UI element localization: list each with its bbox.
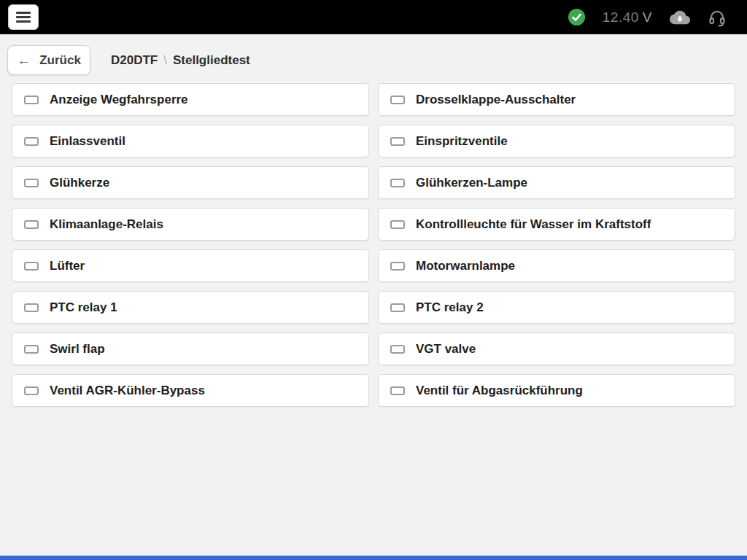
actuator-icon [24,137,39,146]
hamburger-icon [16,12,31,14]
footer-accent-bar [0,556,747,560]
actuator-test-label: Anzeige Wegfahrsperre [50,93,188,107]
actuator-test-button[interactable]: Klimaanlage-Relais [12,208,369,241]
actuator-icon [390,345,405,354]
actuator-icon [24,262,39,271]
actuator-test-label: Glühkerzen-Lampe [416,176,527,190]
top-bar: 12.40V [0,0,747,34]
actuator-icon [24,345,39,354]
actuator-test-label: PTC relay 2 [416,300,484,315]
status-cluster: 12.40V [568,7,727,28]
actuator-test-button[interactable]: Lüfter [12,249,369,282]
connection-ok-icon[interactable] [568,9,585,26]
headset-support-icon[interactable] [708,8,727,27]
actuator-test-button[interactable]: Glühkerzen-Lampe [378,166,735,199]
actuator-test-button[interactable]: VGT valve [378,332,735,365]
actuator-test-label: Motorwarnlampe [416,259,515,273]
actuator-test-button[interactable]: PTC relay 1 [12,291,369,324]
menu-button[interactable] [8,4,39,30]
actuator-icon [24,220,39,229]
back-button-label: Zurück [39,53,81,68]
app-window: 12.40V ← Zurück [0,0,747,560]
actuator-test-label: PTC relay 1 [50,300,117,315]
actuator-icon [390,96,405,104]
actuator-icon [24,179,39,187]
actuator-test-label: VGT valve [416,342,476,357]
battery-voltage[interactable]: 12.40V [603,9,652,26]
actuator-icon [390,179,405,187]
actuator-test-label: Klimaanlage-Relais [50,217,163,232]
actuator-test-label: Glühkerze [50,176,109,190]
actuator-test-button[interactable]: Kontrollleuchte für Wasser im Kraftstoff [378,208,735,241]
breadcrumb-page-title: Stellgliedtest [173,53,250,68]
breadcrumb: D20DTF \ Stellgliedtest [111,53,250,68]
actuator-test-button[interactable]: Drosselklappe-Ausschalter [378,83,735,116]
actuator-test-label: Lüfter [50,259,85,273]
actuator-test-label: Einlassventil [50,134,125,149]
voltage-value: 12.40 [603,9,639,25]
actuator-test-button[interactable]: Swirl flap [12,332,369,365]
cloud-download-icon[interactable] [670,7,690,28]
actuator-icon [390,303,405,312]
actuator-icon [24,96,39,104]
actuator-icon [390,386,405,395]
actuator-icon [390,220,405,229]
actuator-test-list: Anzeige Wegfahrsperre Drosselklappe-Auss… [12,83,735,407]
back-arrow-icon: ← [17,53,31,67]
actuator-test-label: Einspritzventile [416,134,508,149]
actuator-test-button[interactable]: PTC relay 2 [378,291,735,324]
back-button[interactable]: ← Zurück [7,45,90,75]
actuator-test-label: Kontrollleuchte für Wasser im Kraftstoff [416,217,651,232]
actuator-test-button[interactable]: Glühkerze [12,166,369,199]
actuator-test-button[interactable]: Einspritzventile [378,125,735,158]
voltage-unit: V [643,9,652,25]
nav-row: ← Zurück D20DTF \ Stellgliedtest [7,45,740,75]
actuator-test-label: Ventil für Abgasrückführung [416,384,583,398]
actuator-test-label: Swirl flap [50,342,105,357]
breadcrumb-separator: \ [163,53,167,68]
actuator-icon [24,386,39,395]
actuator-icon [390,137,405,146]
actuator-test-button[interactable]: Anzeige Wegfahrsperre [12,83,369,116]
actuator-test-label: Drosselklappe-Ausschalter [416,93,576,107]
actuator-icon [390,262,405,271]
actuator-icon [24,303,39,312]
actuator-test-button[interactable]: Ventil für Abgasrückführung [378,374,735,407]
actuator-test-label: Ventil AGR-Kühler-Bypass [50,384,205,398]
breadcrumb-ecu: D20DTF [111,53,158,68]
actuator-test-button[interactable]: Einlassventil [12,125,369,158]
actuator-test-button[interactable]: Motorwarnlampe [378,249,735,282]
actuator-test-button[interactable]: Ventil AGR-Kühler-Bypass [12,374,369,407]
